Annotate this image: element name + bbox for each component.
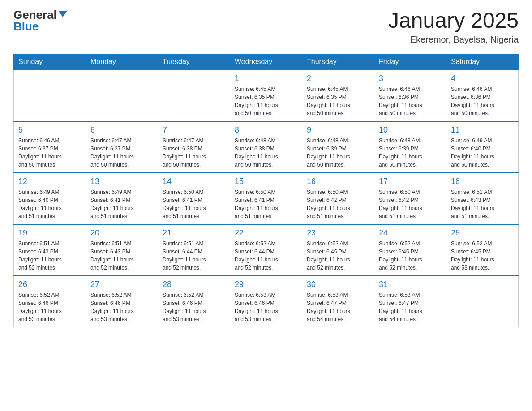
day-number: 19 <box>18 228 81 238</box>
weekday-header-friday: Friday <box>374 54 446 70</box>
weekday-header-saturday: Saturday <box>446 54 519 70</box>
day-info: Sunrise: 6:46 AM Sunset: 6:36 PM Dayligh… <box>379 85 442 117</box>
day-number: 16 <box>307 177 369 186</box>
calendar-cell: 8Sunrise: 6:48 AM Sunset: 6:38 PM Daylig… <box>230 121 302 173</box>
day-info: Sunrise: 6:46 AM Sunset: 6:36 PM Dayligh… <box>451 85 514 117</box>
day-info: Sunrise: 6:45 AM Sunset: 6:35 PM Dayligh… <box>235 85 297 117</box>
day-number: 31 <box>379 280 442 289</box>
day-number: 7 <box>163 125 225 135</box>
calendar-cell: 30Sunrise: 6:53 AM Sunset: 6:47 PM Dayli… <box>302 276 374 327</box>
day-number: 27 <box>90 280 153 289</box>
calendar-table: SundayMondayTuesdayWednesdayThursdayFrid… <box>13 54 519 327</box>
day-number: 14 <box>163 177 225 186</box>
calendar-cell: 28Sunrise: 6:52 AM Sunset: 6:46 PM Dayli… <box>158 276 230 327</box>
weekday-header-monday: Monday <box>86 54 158 70</box>
calendar-cell <box>446 276 519 327</box>
day-number: 5 <box>18 125 81 135</box>
day-info: Sunrise: 6:50 AM Sunset: 6:41 PM Dayligh… <box>235 188 297 220</box>
day-info: Sunrise: 6:52 AM Sunset: 6:45 PM Dayligh… <box>307 240 369 272</box>
day-info: Sunrise: 6:46 AM Sunset: 6:37 PM Dayligh… <box>18 137 81 169</box>
calendar-cell: 21Sunrise: 6:51 AM Sunset: 6:44 PM Dayli… <box>158 224 230 276</box>
day-number: 6 <box>90 125 153 135</box>
logo: General Blue <box>13 9 67 32</box>
logo-blue-text: Blue <box>13 21 39 32</box>
day-number: 18 <box>451 177 514 186</box>
weekday-header-wednesday: Wednesday <box>230 54 302 70</box>
month-title: January 2025 <box>388 9 519 33</box>
day-number: 29 <box>235 280 297 289</box>
day-info: Sunrise: 6:48 AM Sunset: 6:39 PM Dayligh… <box>379 137 442 169</box>
day-number: 11 <box>451 125 514 135</box>
calendar-cell: 3Sunrise: 6:46 AM Sunset: 6:36 PM Daylig… <box>374 70 446 121</box>
day-info: Sunrise: 6:49 AM Sunset: 6:40 PM Dayligh… <box>451 137 514 169</box>
day-number: 1 <box>235 74 297 83</box>
day-info: Sunrise: 6:47 AM Sunset: 6:37 PM Dayligh… <box>90 137 153 169</box>
calendar-cell: 6Sunrise: 6:47 AM Sunset: 6:37 PM Daylig… <box>86 121 158 173</box>
day-info: Sunrise: 6:52 AM Sunset: 6:46 PM Dayligh… <box>18 291 81 323</box>
calendar-cell: 14Sunrise: 6:50 AM Sunset: 6:41 PM Dayli… <box>158 173 230 224</box>
day-number: 28 <box>163 280 225 289</box>
day-number: 20 <box>90 228 153 238</box>
day-info: Sunrise: 6:50 AM Sunset: 6:41 PM Dayligh… <box>163 188 225 220</box>
day-info: Sunrise: 6:52 AM Sunset: 6:46 PM Dayligh… <box>90 291 153 323</box>
location-subtitle: Ekeremor, Bayelsa, Nigeria <box>388 34 519 45</box>
day-info: Sunrise: 6:52 AM Sunset: 6:46 PM Dayligh… <box>163 291 225 323</box>
calendar-cell: 7Sunrise: 6:47 AM Sunset: 6:38 PM Daylig… <box>158 121 230 173</box>
day-number: 4 <box>451 74 514 83</box>
week-row-4: 19Sunrise: 6:51 AM Sunset: 6:43 PM Dayli… <box>14 224 519 276</box>
day-info: Sunrise: 6:50 AM Sunset: 6:42 PM Dayligh… <box>379 188 442 220</box>
calendar-cell: 9Sunrise: 6:48 AM Sunset: 6:39 PM Daylig… <box>302 121 374 173</box>
calendar-cell: 17Sunrise: 6:50 AM Sunset: 6:42 PM Dayli… <box>374 173 446 224</box>
day-number: 25 <box>451 228 514 238</box>
day-info: Sunrise: 6:48 AM Sunset: 6:38 PM Dayligh… <box>235 137 297 169</box>
day-number: 21 <box>163 228 225 238</box>
day-number: 15 <box>235 177 297 186</box>
logo-triangle-icon <box>58 11 67 17</box>
calendar-cell: 13Sunrise: 6:49 AM Sunset: 6:41 PM Dayli… <box>86 173 158 224</box>
day-info: Sunrise: 6:51 AM Sunset: 6:43 PM Dayligh… <box>18 240 81 272</box>
calendar-cell: 31Sunrise: 6:53 AM Sunset: 6:47 PM Dayli… <box>374 276 446 327</box>
weekday-header-sunday: Sunday <box>14 54 86 70</box>
calendar-cell: 27Sunrise: 6:52 AM Sunset: 6:46 PM Dayli… <box>86 276 158 327</box>
day-number: 22 <box>235 228 297 238</box>
day-number: 24 <box>379 228 442 238</box>
day-number: 26 <box>18 280 81 289</box>
week-row-1: 1Sunrise: 6:45 AM Sunset: 6:35 PM Daylig… <box>14 70 519 121</box>
calendar-cell <box>14 70 86 121</box>
day-number: 9 <box>307 125 369 135</box>
day-number: 30 <box>307 280 369 289</box>
day-info: Sunrise: 6:53 AM Sunset: 6:47 PM Dayligh… <box>307 291 369 323</box>
calendar-cell: 16Sunrise: 6:50 AM Sunset: 6:42 PM Dayli… <box>302 173 374 224</box>
calendar-cell: 18Sunrise: 6:51 AM Sunset: 6:43 PM Dayli… <box>446 173 519 224</box>
week-row-5: 26Sunrise: 6:52 AM Sunset: 6:46 PM Dayli… <box>14 276 519 327</box>
calendar-cell: 25Sunrise: 6:52 AM Sunset: 6:45 PM Dayli… <box>446 224 519 276</box>
day-info: Sunrise: 6:48 AM Sunset: 6:39 PM Dayligh… <box>307 137 369 169</box>
calendar-cell: 24Sunrise: 6:52 AM Sunset: 6:45 PM Dayli… <box>374 224 446 276</box>
day-info: Sunrise: 6:53 AM Sunset: 6:46 PM Dayligh… <box>235 291 297 323</box>
weekday-header-tuesday: Tuesday <box>158 54 230 70</box>
week-row-2: 5Sunrise: 6:46 AM Sunset: 6:37 PM Daylig… <box>14 121 519 173</box>
calendar-cell: 11Sunrise: 6:49 AM Sunset: 6:40 PM Dayli… <box>446 121 519 173</box>
day-info: Sunrise: 6:49 AM Sunset: 6:40 PM Dayligh… <box>18 188 81 220</box>
calendar-cell: 10Sunrise: 6:48 AM Sunset: 6:39 PM Dayli… <box>374 121 446 173</box>
calendar-cell: 29Sunrise: 6:53 AM Sunset: 6:46 PM Dayli… <box>230 276 302 327</box>
weekday-header-thursday: Thursday <box>302 54 374 70</box>
calendar-cell <box>158 70 230 121</box>
calendar-cell: 15Sunrise: 6:50 AM Sunset: 6:41 PM Dayli… <box>230 173 302 224</box>
day-info: Sunrise: 6:50 AM Sunset: 6:42 PM Dayligh… <box>307 188 369 220</box>
week-row-3: 12Sunrise: 6:49 AM Sunset: 6:40 PM Dayli… <box>14 173 519 224</box>
day-number: 10 <box>379 125 442 135</box>
day-info: Sunrise: 6:52 AM Sunset: 6:44 PM Dayligh… <box>235 240 297 272</box>
calendar-cell: 23Sunrise: 6:52 AM Sunset: 6:45 PM Dayli… <box>302 224 374 276</box>
calendar-cell: 22Sunrise: 6:52 AM Sunset: 6:44 PM Dayli… <box>230 224 302 276</box>
day-number: 23 <box>307 228 369 238</box>
day-info: Sunrise: 6:51 AM Sunset: 6:43 PM Dayligh… <box>90 240 153 272</box>
calendar-cell: 19Sunrise: 6:51 AM Sunset: 6:43 PM Dayli… <box>14 224 86 276</box>
calendar-cell: 12Sunrise: 6:49 AM Sunset: 6:40 PM Dayli… <box>14 173 86 224</box>
logo-general-text: General <box>13 9 57 21</box>
day-info: Sunrise: 6:52 AM Sunset: 6:45 PM Dayligh… <box>379 240 442 272</box>
calendar-cell <box>86 70 158 121</box>
calendar-cell: 5Sunrise: 6:46 AM Sunset: 6:37 PM Daylig… <box>14 121 86 173</box>
calendar-cell: 1Sunrise: 6:45 AM Sunset: 6:35 PM Daylig… <box>230 70 302 121</box>
day-info: Sunrise: 6:53 AM Sunset: 6:47 PM Dayligh… <box>379 291 442 323</box>
